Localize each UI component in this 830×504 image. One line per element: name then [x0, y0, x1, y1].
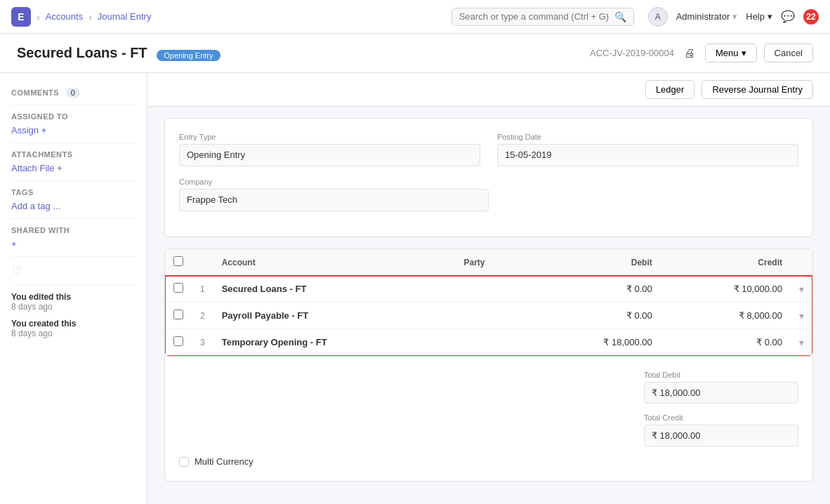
nav-right: A Administrator ▾ Help ▾ 💬 22	[648, 7, 819, 27]
row-party	[456, 303, 531, 329]
add-shared-link[interactable]: +	[11, 239, 136, 249]
main-layout: Comments 0 ASSIGNED TO Assign + ATTACHME…	[0, 73, 830, 504]
sidebar: Comments 0 ASSIGNED TO Assign + ATTACHME…	[0, 73, 147, 504]
header-row: Account Party Debit Credit	[165, 249, 812, 276]
multi-currency-label: Multi Currency	[195, 456, 253, 467]
app-icon[interactable]: E	[11, 7, 31, 27]
reverse-journal-button[interactable]: Reverse Journal Entry	[701, 80, 813, 99]
assign-link[interactable]: Assign +	[11, 125, 136, 135]
attach-file-link[interactable]: Attach File +	[11, 163, 136, 173]
help-menu[interactable]: Help ▾	[746, 11, 772, 22]
cancel-button[interactable]: Cancel	[764, 44, 813, 62]
content-area: Ledger Reverse Journal Entry Entry Type …	[147, 73, 830, 504]
chat-icon[interactable]: 💬	[781, 10, 795, 23]
totals-section: Total Debit ₹ 18,000.00 Total Credit ₹ 1…	[164, 357, 813, 482]
comments-label: Comments	[11, 88, 59, 97]
table-body: 1 Secured Loans - FT ₹ 0.00 ₹ 10,000.00 …	[165, 276, 812, 356]
add-tag-link[interactable]: Add a tag ...	[11, 201, 136, 211]
row-dropdown-icon[interactable]: ▾	[799, 310, 804, 321]
breadcrumb-accounts[interactable]: Accounts	[46, 11, 83, 22]
comments-count: 0	[66, 88, 80, 98]
status-badge: Opening Entry	[157, 50, 220, 61]
assigned-to-label: ASSIGNED TO	[11, 112, 136, 121]
table-header: Account Party Debit Credit	[165, 249, 812, 276]
attachments-label: ATTACHMENTS	[11, 150, 136, 159]
ledger-button[interactable]: Ledger	[645, 80, 694, 99]
total-debit-row: Total Debit ₹ 18,000.00	[179, 371, 798, 404]
page-header: Secured Loans - FT Opening Entry ACC-JV-…	[0, 34, 830, 73]
row-credit: ₹ 10,000.00	[661, 276, 791, 303]
multi-currency-row: Multi Currency	[179, 456, 798, 467]
row-party	[456, 276, 531, 303]
doc-id: ACC-JV-2019-00004	[590, 48, 674, 58]
row-party	[456, 329, 531, 356]
total-debit-label: Total Debit	[644, 371, 798, 379]
row-num: 1	[192, 276, 213, 303]
row-debit: ₹ 18,000.00	[531, 329, 661, 356]
comments-section: Comments 0	[11, 87, 136, 98]
table-row: 1 Secured Loans - FT ₹ 0.00 ₹ 10,000.00 …	[165, 276, 812, 303]
row-account: Secured Loans - FT	[213, 276, 456, 303]
table-row: 3 Temporary Opening - FT ₹ 18,000.00 ₹ 0…	[165, 329, 812, 356]
menu-label: Menu	[716, 48, 739, 58]
total-credit-row: Total Credit ₹ 18,000.00	[179, 413, 798, 446]
shared-with-label: SHARED WITH	[11, 226, 136, 234]
header-actions-col	[791, 249, 812, 276]
entries-table: Account Party Debit Credit 1 Secured Loa…	[165, 249, 812, 356]
row-checkbox-cell	[165, 329, 192, 356]
admin-menu[interactable]: Administrator ▾	[676, 11, 738, 22]
table-wrapper: Account Party Debit Credit 1 Secured Loa…	[165, 249, 812, 356]
row-dropdown[interactable]: ▾	[791, 276, 812, 303]
print-button[interactable]: 🖨	[681, 44, 698, 62]
posting-date-label: Posting Date	[497, 133, 798, 141]
breadcrumb-sep-1: ›	[37, 11, 40, 22]
notification-badge[interactable]: 22	[803, 9, 819, 25]
top-nav: E › Accounts › Journal Entry 🔍 A Adminis…	[0, 0, 830, 34]
row-debit: ₹ 0.00	[531, 276, 661, 303]
total-credit-value: ₹ 18,000.00	[644, 425, 798, 446]
row-dropdown-icon[interactable]: ▾	[799, 337, 804, 348]
row-num: 2	[192, 303, 213, 329]
page-actions: ACC-JV-2019-00004 🖨 Menu ▾ Cancel	[590, 44, 813, 62]
heart-section: ♡	[11, 264, 136, 277]
header-credit: Credit	[661, 249, 791, 276]
row-account: Payroll Payable - FT	[213, 303, 456, 329]
company-value: Frappe Tech	[179, 189, 489, 211]
table-row: 2 Payroll Payable - FT ₹ 0.00 ₹ 8,000.00…	[165, 303, 812, 329]
created-actor: You created this	[11, 319, 76, 329]
select-all-checkbox[interactable]	[173, 256, 183, 266]
total-credit-block: Total Credit ₹ 18,000.00	[644, 413, 798, 446]
edited-actor: You edited this	[11, 292, 71, 302]
form-row-1: Entry Type Opening Entry Posting Date 15…	[179, 133, 798, 166]
row-dropdown[interactable]: ▾	[791, 303, 812, 329]
toolbar-row: Ledger Reverse Journal Entry	[147, 73, 830, 107]
row-debit: ₹ 0.00	[531, 303, 661, 329]
menu-chevron-icon: ▾	[742, 48, 746, 58]
admin-label: Administrator	[676, 11, 730, 22]
search-input[interactable]	[459, 11, 614, 22]
header-num-col	[192, 249, 213, 276]
edited-time: 8 days ago	[11, 302, 53, 312]
created-time: 8 days ago	[11, 329, 53, 338]
menu-button[interactable]: Menu ▾	[705, 44, 757, 62]
search-bar[interactable]: 🔍	[452, 8, 634, 26]
page-title: Secured Loans - FT	[17, 45, 147, 60]
total-credit-label: Total Credit	[644, 413, 798, 422]
breadcrumb-sep-2: ›	[88, 11, 92, 22]
row-checkbox[interactable]	[173, 310, 183, 319]
edited-entry: You edited this 8 days ago	[11, 292, 136, 312]
help-label: Help	[746, 11, 765, 22]
entry-type-value: Opening Entry	[179, 144, 480, 166]
breadcrumb-journal-entry[interactable]: Journal Entry	[98, 11, 152, 22]
row-dropdown[interactable]: ▾	[791, 329, 812, 356]
form-section: Entry Type Opening Entry Posting Date 15…	[164, 118, 813, 237]
row-dropdown-icon[interactable]: ▾	[799, 284, 804, 295]
heart-icon[interactable]: ♡	[11, 265, 21, 277]
entry-type-group: Entry Type Opening Entry	[179, 133, 480, 166]
row-checkbox[interactable]	[173, 283, 183, 293]
row-credit: ₹ 8,000.00	[661, 303, 791, 329]
row-checkbox[interactable]	[173, 336, 183, 346]
row-checkbox-cell	[165, 276, 192, 303]
multi-currency-checkbox[interactable]	[179, 457, 189, 467]
title-area: Secured Loans - FT Opening Entry	[17, 45, 220, 61]
